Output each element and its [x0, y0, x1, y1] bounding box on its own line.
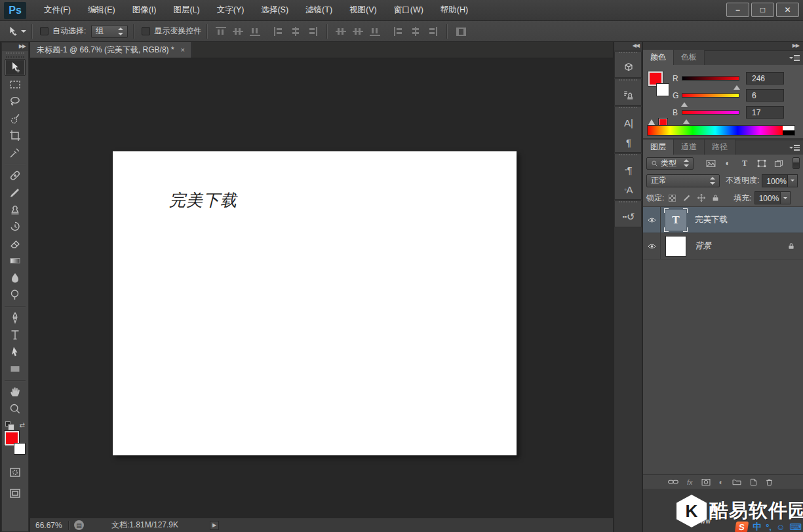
link-layers-icon[interactable]: [668, 479, 678, 485]
document-tab[interactable]: 未标题-1 @ 66.7% (完美下载, RGB/8) * ×: [30, 42, 192, 58]
fill-dropdown-button[interactable]: [781, 191, 791, 204]
menu-layer[interactable]: 图层(L): [165, 0, 208, 20]
canvas-text-layer[interactable]: 完美下载: [169, 189, 237, 211]
tool-eraser[interactable]: [5, 235, 26, 252]
menu-edit[interactable]: 编辑(E): [79, 0, 124, 20]
black-white-ramp[interactable]: [783, 126, 794, 135]
tab-channels[interactable]: 通道: [674, 140, 705, 155]
layer-visibility-toggle[interactable]: [643, 233, 661, 259]
tab-color[interactable]: 颜色: [643, 50, 674, 65]
panel-menu-icon[interactable]: [789, 54, 800, 62]
auto-align-layers-icon[interactable]: [456, 27, 466, 36]
paragraph-styles-panel-icon[interactable]: ▫¶: [615, 160, 642, 180]
auto-select-dropdown[interactable]: 组: [91, 25, 128, 38]
tool-blur[interactable]: [5, 269, 26, 286]
distribute-horizontal-centers-icon[interactable]: [410, 27, 421, 36]
current-tool-indicator[interactable]: [7, 26, 26, 37]
lock-position-icon[interactable]: [695, 193, 707, 203]
menu-filter[interactable]: 滤镜(T): [297, 0, 341, 20]
status-flyout-button[interactable]: ▶: [210, 521, 219, 530]
panel-drag-grip[interactable]: [619, 154, 637, 159]
blend-mode-dropdown[interactable]: 正常: [646, 174, 720, 187]
tool-path-selection[interactable]: [5, 343, 26, 360]
properties-panel-icon[interactable]: [615, 58, 642, 77]
green-slider[interactable]: [682, 93, 739, 98]
tool-rectangle-shape[interactable]: [5, 360, 26, 377]
tool-clone-stamp[interactable]: [5, 201, 26, 218]
align-horizontal-centers-icon[interactable]: [290, 27, 301, 36]
slider-handle[interactable]: [683, 116, 690, 124]
tool-crop[interactable]: [5, 127, 26, 144]
lock-image-pixels-icon[interactable]: [680, 193, 693, 203]
tool-eyedropper[interactable]: [5, 144, 26, 161]
ime-logo[interactable]: S: [735, 522, 749, 532]
add-mask-icon[interactable]: [701, 478, 711, 486]
text-layer-thumbnail[interactable]: T: [665, 210, 686, 231]
close-button[interactable]: ✕: [776, 3, 799, 17]
tool-hand[interactable]: [5, 383, 26, 400]
filter-adjustment-layers-icon[interactable]: ◐: [720, 157, 735, 169]
menu-window[interactable]: 窗口(W): [385, 0, 432, 20]
ime-keyboard-button[interactable]: ⌨: [789, 522, 802, 532]
tool-pen[interactable]: [5, 309, 26, 326]
lock-all-icon[interactable]: [709, 193, 722, 203]
layer-filter-dropdown[interactable]: 类型: [646, 157, 694, 170]
character-styles-panel-icon[interactable]: ▫A: [615, 180, 642, 199]
red-slider[interactable]: [682, 76, 739, 81]
menu-view[interactable]: 视图(V): [341, 0, 385, 20]
new-adjustment-layer-icon[interactable]: ◐: [719, 478, 724, 487]
layer-style-icon[interactable]: fx: [687, 478, 693, 486]
tab-swatches[interactable]: 色板: [674, 50, 705, 65]
tool-brush[interactable]: [5, 184, 26, 201]
clone-source-panel-icon[interactable]: [615, 85, 642, 105]
ime-punctuation-toggle[interactable]: °,: [766, 522, 772, 532]
lock-transparent-pixels-icon[interactable]: [666, 193, 678, 203]
maximize-button[interactable]: □: [751, 3, 774, 17]
tool-lasso[interactable]: [5, 93, 26, 110]
layer-row-background[interactable]: 背景: [643, 233, 803, 259]
tool-quick-selection[interactable]: [5, 110, 26, 127]
slider-handle[interactable]: [681, 99, 688, 107]
distribute-vertical-centers-icon[interactable]: [353, 27, 363, 36]
filter-smart-objects-icon[interactable]: [772, 157, 786, 169]
align-right-edges-icon[interactable]: [307, 27, 318, 36]
status-zoom-field[interactable]: 66.67%: [30, 521, 68, 530]
history-panel-icon[interactable]: ▪▪↺: [615, 207, 642, 227]
tool-zoom[interactable]: [5, 400, 26, 417]
layer-visibility-toggle[interactable]: [643, 207, 661, 233]
new-layer-icon[interactable]: [750, 478, 757, 486]
panel-drag-grip[interactable]: [619, 107, 637, 111]
tools-drag-grip[interactable]: [6, 52, 24, 58]
filter-toggle-switch[interactable]: [793, 157, 800, 169]
slider-handle[interactable]: [734, 82, 740, 90]
canvas[interactable]: 完美下载: [113, 151, 517, 455]
tool-move[interactable]: [5, 59, 26, 76]
filter-shape-layers-icon[interactable]: [754, 157, 769, 169]
dock-expand-button[interactable]: ◀◀: [614, 42, 642, 50]
delete-layer-icon[interactable]: [766, 478, 773, 486]
align-top-edges-icon[interactable]: [216, 27, 226, 36]
tool-horizontal-type[interactable]: [5, 326, 26, 343]
tab-paths[interactable]: 路径: [705, 140, 735, 155]
color-spectrum-ramp[interactable]: [647, 125, 795, 136]
ime-emoticon-button[interactable]: ☺: [776, 522, 785, 532]
panel-background-swatch[interactable]: [656, 83, 669, 96]
green-value-field[interactable]: 6: [746, 89, 784, 102]
distribute-bottom-edges-icon[interactable]: [370, 27, 380, 36]
filter-type-layers-icon[interactable]: T: [737, 157, 752, 169]
blue-slider[interactable]: [682, 110, 739, 115]
panel-drag-grip[interactable]: [619, 201, 637, 206]
tool-dodge[interactable]: [5, 286, 26, 303]
background-layer-thumbnail[interactable]: [665, 236, 686, 257]
opacity-dropdown-button[interactable]: [788, 174, 798, 187]
tools-collapse-button[interactable]: ▶▶: [2, 43, 28, 51]
rainbow-ramp[interactable]: [648, 126, 783, 135]
document-tab-close-icon[interactable]: ×: [181, 46, 185, 54]
fill-value[interactable]: 100%: [754, 191, 781, 204]
menu-select[interactable]: 选择(S): [252, 0, 297, 20]
new-group-icon[interactable]: [732, 478, 741, 485]
ime-language-toggle[interactable]: 中: [753, 521, 761, 532]
quick-mask-button[interactable]: [5, 464, 26, 481]
minimize-button[interactable]: –: [726, 3, 749, 17]
filter-pixel-layers-icon[interactable]: [703, 157, 718, 169]
